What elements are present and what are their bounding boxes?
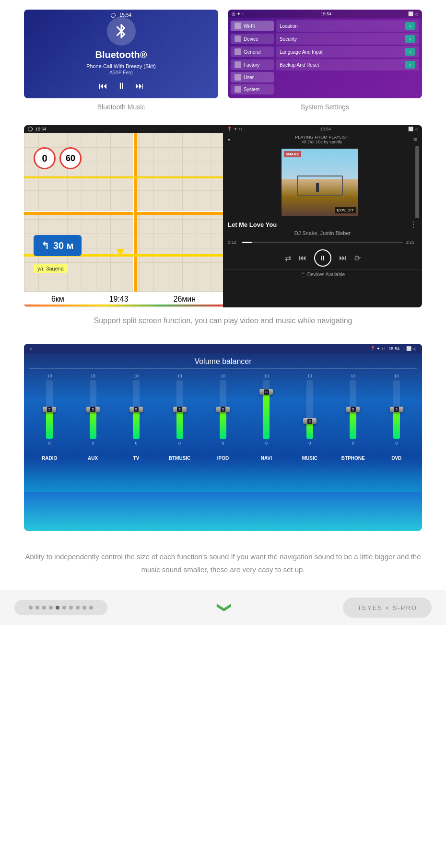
scale-track-dvd[interactable]: 5 [393,380,400,439]
scale-track-btphone[interactable]: 5 [350,380,356,439]
nav-dot-8[interactable] [76,606,80,610]
backup-label: Backup And Reset [280,62,319,68]
settings-right-location: Location › [276,20,419,32]
bluetooth-screen-frame: 15:54 Bluetooth® Phone Call With Breezy … [24,10,218,98]
road-v-center [133,133,134,306]
settings-row-system[interactable]: System [231,84,419,94]
settings-row-general[interactable]: General Language And Input › [231,46,419,58]
nav-dot-2[interactable] [35,606,39,610]
split-section: 15:54 0 60 ↰ 30 м [0,116,446,344]
scale-track-tv[interactable]: 5 [133,380,140,439]
music-status-right: ⬜ ◁ [408,127,418,131]
vol-scale-music: 10 3 0 [298,374,322,446]
settings-row-factory[interactable]: Factory Backup And Reset › [231,59,419,70]
band-name-badge: SNAKE [284,151,301,157]
scale-track-music[interactable]: 3 [306,380,313,439]
settings-item-system: System [231,84,274,94]
language-arrow[interactable]: › [405,48,415,56]
playlist-name: All Out 10s by spotify [295,140,348,144]
vol-min-label-aux: 0 [92,441,94,446]
volume-section: ○ 📍 ✦ ↑↑ 15:54 | ⬜ ◁ Volume balancer 10 … [0,344,446,540]
scale-knob-navi[interactable]: 8 [259,389,273,395]
scale-knob-aux[interactable]: 5 [86,407,100,412]
vol-ch-name-btmusic: BTMUSIC [169,456,191,461]
bt-prev-button[interactable]: ⏮ [99,81,107,91]
volume-caption: Ability to independently control the siz… [0,540,446,586]
speed-zero: 0 [34,147,56,169]
security-arrow[interactable]: › [405,35,415,43]
nav-distance: 30 м [53,240,74,251]
vol-ch-name-aux: AUX [88,456,98,461]
vol-min-label-radio: 0 [48,441,51,446]
nav-progress-bar [24,305,223,306]
scale-knob-btphone[interactable]: 5 [346,407,360,412]
music-top-bar: ▾ PLAYING FROM PLAYLIST All Out 10s by s… [223,133,422,146]
structure-icon [297,176,343,196]
scale-track-navi[interactable]: 8 [263,380,270,439]
vol-scale-dvd: 10 5 0 [385,374,409,446]
bottom-chevron-button[interactable]: ❯ [217,601,234,613]
vol-channel-tv: 10 5 0 TV [120,374,153,461]
nav-dot-3[interactable] [42,606,46,610]
play-pause-button[interactable]: ⏸ [314,249,331,267]
music-back-icon[interactable]: ▾ [228,137,230,142]
settings-row-device[interactable]: Device Security › [231,33,419,45]
nav-dot-6[interactable] [62,606,66,610]
vol-max-label-dvd: 10 [394,374,399,378]
music-menu-icon[interactable]: ≡ [413,136,417,143]
nav-dot-10[interactable] [89,606,93,610]
next-button[interactable]: ⏭ [339,254,347,262]
vol-min-label-dvd: 0 [395,441,398,446]
nav-dot-1[interactable] [29,606,33,610]
progress-track[interactable] [242,242,403,243]
repeat-button[interactable]: ⟳ [354,254,361,263]
time-total: 3:25 [406,240,417,245]
music-panel: 📍 ✦ ↑↑ 15:54 ⬜ ◁ ▾ PLAYING FROM PLAYLIST… [223,125,422,307]
settings-row-wifi[interactable]: Wi-Fi Location › [231,20,419,32]
bt-next-button[interactable]: ⏭ [135,81,144,91]
bt-artist: A$AP Ferg [109,70,133,75]
devices-label: Devices Available [307,272,345,277]
scale-track-aux[interactable]: 5 [90,380,96,439]
vol-max-label-btphone: 10 [351,374,355,378]
settings-screen: ◎ ✦ ↑ 15:54 ⬜ ◁ Wi-Fi Location › [228,10,422,98]
nav-dot-9[interactable] [82,606,86,610]
shuffle-button[interactable]: ⇄ [285,254,291,263]
music-controls: ⇄ ⏮ ⏸ ⏭ ⟳ [223,246,422,270]
song-title-row: Let Me Love You ⋮ [228,220,417,229]
devices-bar: 📱 Devices Available [223,270,422,279]
nav-dot-4[interactable] [49,606,53,610]
prev-button[interactable]: ⏮ [299,254,306,262]
nav-dots [29,606,93,610]
bt-brand: Bluetooth® [95,49,147,60]
vol-min-label-navi: 0 [265,441,268,446]
time-elapsed: 0:12 [228,240,239,245]
vol-ch-name-dvd: DVD [391,456,401,461]
vol-badge-aux: 5 [90,407,95,412]
nav-dot-7[interactable] [69,606,73,610]
song-options-icon[interactable]: ⋮ [410,220,417,229]
scale-knob-dvd[interactable]: 5 [390,407,403,412]
settings-row-user[interactable]: User [231,72,419,82]
general-icon [235,48,241,55]
progress-bar: 0:12 3:25 [223,238,422,246]
backup-arrow[interactable]: › [405,61,415,69]
song-info: Let Me Love You ⋮ DJ Snake, Justin Biebe… [223,218,422,238]
road-tertiary [24,176,223,178]
general-label: General [244,49,261,55]
scale-knob-tv[interactable]: 5 [129,407,143,412]
scale-track-btmusic[interactable]: 5 [176,380,183,439]
nav-status-bar: 15:54 [24,125,223,133]
location-arrow[interactable]: › [405,22,415,30]
scale-knob-ipod[interactable]: 5 [216,407,230,412]
bt-play-button[interactable]: ⏸ [117,81,126,91]
scale-knob-btmusic[interactable]: 5 [173,407,187,412]
factory-label: Factory [244,62,259,68]
scale-knob-radio[interactable]: 5 [43,407,56,412]
nav-dot-5-active[interactable] [56,606,59,610]
scale-knob-music[interactable]: 3 [303,418,317,424]
vol-channel-dvd: 10 5 0 DVD [380,374,413,461]
scale-track-ipod[interactable]: 5 [220,380,226,439]
vol-min-label-ipod: 0 [222,441,224,446]
scale-track-radio[interactable]: 5 [46,380,53,439]
